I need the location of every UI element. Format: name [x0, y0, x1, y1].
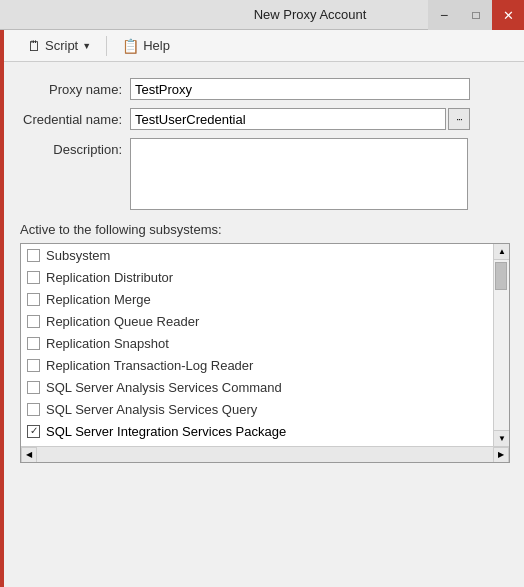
credential-name-row: Credential name: ··· — [20, 108, 508, 130]
form-content: Proxy name: Credential name: ··· Descrip… — [0, 62, 524, 587]
scroll-right-arrow[interactable]: ▶ — [493, 447, 509, 463]
subsystem-scroll-area[interactable]: SubsystemReplication DistributorReplicat… — [21, 244, 509, 446]
proxy-name-label: Proxy name: — [20, 82, 130, 97]
checkbox[interactable] — [27, 337, 40, 350]
scroll-up-arrow[interactable]: ▲ — [494, 244, 510, 260]
minimize-button[interactable]: − — [428, 0, 460, 30]
checkbox[interactable] — [27, 403, 40, 416]
subsystem-item-label: SQL Server Analysis Services Command — [46, 380, 282, 395]
subsystem-item-label: Replication Merge — [46, 292, 151, 307]
maximize-button[interactable]: □ — [460, 0, 492, 30]
script-label: Script — [45, 38, 78, 53]
title-bar: New Proxy Account − □ ✕ — [0, 0, 524, 30]
checkbox[interactable] — [27, 293, 40, 306]
subsystem-item-label: Replication Transaction-Log Reader — [46, 358, 253, 373]
subsystem-item-label: SQL Server Analysis Services Query — [46, 402, 257, 417]
subsystem-item-label: Replication Snapshot — [46, 336, 169, 351]
scroll-track-horizontal[interactable] — [37, 447, 493, 462]
checkbox[interactable] — [27, 315, 40, 328]
list-item[interactable]: SQL Server Analysis Services Command — [21, 376, 493, 398]
subsystem-item-label: Replication Distributor — [46, 270, 173, 285]
list-item[interactable]: Replication Distributor — [21, 266, 493, 288]
subsystem-item-label: Replication Queue Reader — [46, 314, 199, 329]
scroll-thumb-vertical[interactable] — [495, 262, 507, 290]
help-button[interactable]: 📋 Help — [115, 34, 177, 58]
subsystem-item-label: Subsystem — [46, 248, 110, 263]
list-item[interactable]: Replication Transaction-Log Reader — [21, 354, 493, 376]
checkbox[interactable] — [27, 381, 40, 394]
list-item[interactable]: Replication Snapshot — [21, 332, 493, 354]
credential-name-label: Credential name: — [20, 112, 130, 127]
toolbar-separator — [106, 36, 107, 56]
script-dropdown-icon: ▼ — [82, 41, 91, 51]
checkbox[interactable] — [27, 249, 40, 262]
toolbar: 🗒 Script ▼ 📋 Help — [0, 30, 524, 62]
close-button[interactable]: ✕ — [492, 0, 524, 30]
list-item[interactable]: SQL Server Analysis Services Query — [21, 398, 493, 420]
description-input[interactable] — [130, 138, 468, 210]
browse-dots-icon: ··· — [456, 114, 461, 125]
scroll-track-vertical — [494, 260, 509, 430]
scroll-down-arrow[interactable]: ▼ — [494, 430, 510, 446]
credential-browse-button[interactable]: ··· — [448, 108, 470, 130]
horizontal-scrollbar[interactable]: ◀ ▶ — [21, 446, 509, 462]
checkbox[interactable] — [27, 425, 40, 438]
description-row: Description: — [20, 138, 508, 210]
help-label: Help — [143, 38, 170, 53]
checkbox[interactable] — [27, 359, 40, 372]
proxy-name-row: Proxy name: — [20, 78, 508, 100]
list-item[interactable]: Replication Queue Reader — [21, 310, 493, 332]
left-accent — [0, 30, 4, 587]
script-button[interactable]: 🗒 Script ▼ — [20, 34, 98, 58]
credential-name-input[interactable] — [130, 108, 446, 130]
help-icon: 📋 — [122, 38, 139, 54]
description-label: Description: — [20, 138, 130, 157]
proxy-name-input[interactable] — [130, 78, 470, 100]
list-item[interactable]: Subsystem — [21, 244, 493, 266]
subsystem-section: Active to the following subsystems: Subs… — [20, 222, 508, 463]
subsystem-section-label: Active to the following subsystems: — [20, 222, 508, 237]
script-icon: 🗒 — [27, 38, 41, 54]
list-item[interactable]: SQL Server Integration Services Package — [21, 420, 493, 442]
list-item[interactable]: Replication Merge — [21, 288, 493, 310]
scroll-left-arrow[interactable]: ◀ — [21, 447, 37, 463]
subsystem-item-label: SQL Server Integration Services Package — [46, 424, 286, 439]
subsystem-list-container: SubsystemReplication DistributorReplicat… — [20, 243, 510, 463]
checkbox[interactable] — [27, 271, 40, 284]
vertical-scrollbar[interactable]: ▲ ▼ — [493, 244, 509, 446]
